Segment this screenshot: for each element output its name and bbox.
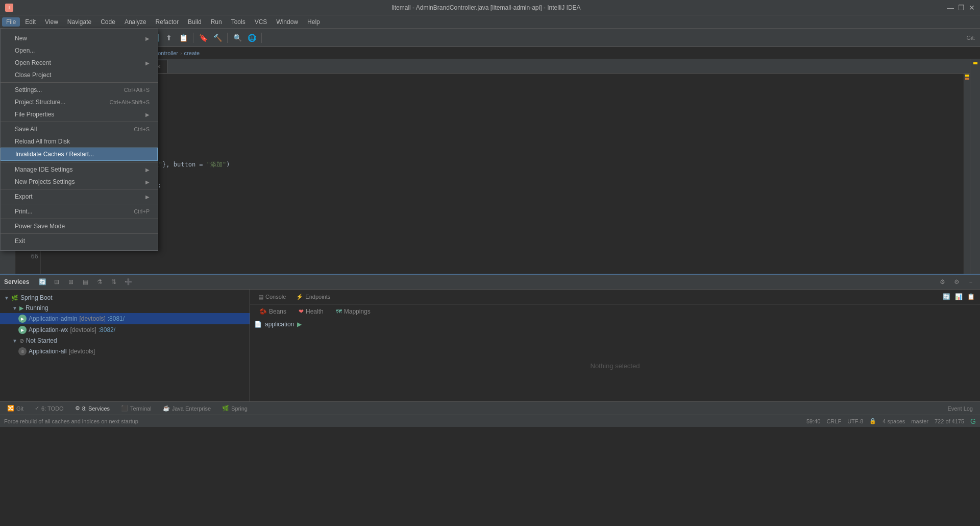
minimize-button[interactable]: — — [947, 4, 954, 12]
detail-stats-btn[interactable]: 📊 — [953, 292, 964, 302]
menu-analyze[interactable]: Analyze — [120, 17, 151, 27]
sub-tab-beans[interactable]: 🫘 Beans — [254, 306, 291, 317]
tree-app-admin-run[interactable]: ▶ — [18, 315, 27, 323]
menu-new-projects-item[interactable]: New Projects Settings ▶ — [1, 176, 158, 188]
status-charset[interactable]: UTF-8 — [847, 418, 863, 424]
tree-app-wx[interactable]: ▶ Application-wx [devtools] :8082/ — [0, 324, 250, 336]
app-label: application — [265, 321, 294, 328]
menu-navigate[interactable]: Navigate — [63, 17, 95, 27]
panel-group-btn[interactable]: ▤ — [80, 277, 90, 287]
menu-window[interactable]: Window — [272, 17, 302, 27]
toolbar-sep-5 — [227, 33, 228, 43]
menu-file-properties-label: File Properties — [15, 111, 54, 118]
menu-code[interactable]: Code — [96, 17, 119, 27]
panel-add-btn[interactable]: ➕ — [123, 277, 133, 287]
menu-print-item[interactable]: Print... Ctrl+P — [1, 205, 158, 218]
bottom-tab-spring[interactable]: 🌿 Spring — [217, 403, 253, 413]
menu-reload-label: Reload All from Disk — [15, 138, 70, 145]
app-run-btn[interactable]: ▶ — [297, 321, 302, 328]
menu-export-item[interactable]: Export ▶ — [1, 190, 158, 203]
title-bar: I litemall - AdminBrandController.java [… — [0, 0, 980, 15]
menu-new-item[interactable]: New ▶ — [1, 32, 158, 44]
tree-app-admin-port: :8081/ — [108, 315, 125, 322]
menu-exit-label: Exit — [15, 237, 25, 245]
file-menu-dropdown: New ▶ Open... Open Recent ▶ Close Projec… — [0, 29, 158, 251]
menu-vcs[interactable]: VCS — [251, 17, 272, 27]
menu-reload-item[interactable]: Reload All from Disk — [1, 135, 158, 148]
menu-file[interactable]: File — [2, 17, 20, 27]
close-button[interactable]: ✕ — [969, 4, 975, 12]
menu-view[interactable]: View — [41, 17, 62, 27]
toolbar-git-history[interactable]: 📋 — [177, 32, 189, 44]
menu-exit-item[interactable]: Exit — [1, 235, 158, 247]
detail-log-btn[interactable]: 📋 — [966, 292, 976, 302]
detail-tab-endpoints[interactable]: ⚡ Endpoints — [292, 292, 334, 302]
toolbar-translate[interactable]: 🌐 — [246, 32, 258, 44]
panel-minimize-btn[interactable]: － — [966, 277, 976, 287]
detail-tab-console[interactable]: ▤ Console — [254, 292, 290, 302]
menu-open-recent-item[interactable]: Open Recent ▶ — [1, 57, 158, 69]
breadcrumb-create[interactable]: create — [184, 50, 200, 56]
maximize-button[interactable]: ❐ — [958, 4, 965, 12]
menu-project-structure-item[interactable]: Project Structure... Ctrl+Alt+Shift+S — [1, 96, 158, 108]
toolbar-git-push[interactable]: ⬆ — [163, 32, 175, 44]
right-sidebar — [970, 59, 980, 274]
menu-export-label: Export — [15, 193, 33, 200]
menu-settings-item[interactable]: Settings... Ctrl+Alt+S — [1, 84, 158, 96]
tree-app-wx-run[interactable]: ▶ — [18, 326, 27, 334]
status-line-col[interactable]: 59:40 — [806, 418, 821, 424]
status-indent[interactable]: 4 spaces — [883, 418, 905, 424]
tree-spring-boot[interactable]: ▼ 🌿 Spring Boot — [0, 293, 250, 303]
menu-file-properties-item[interactable]: File Properties ▶ — [1, 108, 158, 121]
menu-help[interactable]: Help — [303, 17, 324, 27]
menu-build[interactable]: Build — [184, 17, 206, 27]
toolbar-search[interactable]: 🔍 — [231, 32, 243, 44]
menu-save-all-item[interactable]: Save All Ctrl+S — [1, 123, 158, 135]
bottom-panel-header: Services 🔄 ⊟ ⊞ ▤ ⚗ ⇅ ➕ ⚙ ⚙ － — [0, 275, 980, 290]
bottom-tab-java-enterprise[interactable]: ☕ Java Enterprise — [158, 403, 216, 413]
panel-sort-btn[interactable]: ⇅ — [109, 277, 119, 287]
menu-invalidate-item[interactable]: Invalidate Caches / Restart... — [1, 148, 158, 161]
tree-app-admin[interactable]: ▶ Application-admin [devtools] :8081/ — [0, 313, 250, 324]
menu-manage-ide-label: Manage IDE Settings — [15, 166, 72, 173]
gutter-warning-1 — [965, 75, 969, 77]
menu-tools[interactable]: Tools — [227, 17, 250, 27]
panel-refresh-btn[interactable]: 🔄 — [37, 277, 47, 287]
endpoints-label: Endpoints — [305, 294, 330, 300]
bottom-tabs-bar: 🔀 Git ✓ 6: TODO ⚙ 8: Services ⬛ Terminal… — [0, 401, 980, 415]
tree-app-all-label: Application-all — [29, 348, 67, 355]
panel-expand-btn[interactable]: ⊞ — [66, 277, 76, 287]
menu-run[interactable]: Run — [207, 17, 226, 27]
menu-manage-ide-item[interactable]: Manage IDE Settings ▶ — [1, 163, 158, 176]
bottom-tab-todo[interactable]: ✓ 6: TODO — [30, 403, 69, 413]
sub-tab-health[interactable]: ❤ Health — [293, 306, 329, 317]
panel-collapse-btn[interactable]: ⊟ — [52, 277, 62, 287]
panel-gear-btn[interactable]: ⚙ — [951, 277, 962, 287]
app-icon: I — [5, 4, 13, 12]
tree-app-all[interactable]: ⊘ Application-all [devtools] — [0, 346, 250, 357]
tree-spring-boot-label: Spring Boot — [20, 294, 53, 301]
bottom-tab-services[interactable]: ⚙ 8: Services — [70, 403, 115, 413]
panel-settings-btn[interactable]: ⚙ — [937, 277, 947, 287]
bottom-tab-terminal[interactable]: ⬛ Terminal — [116, 403, 157, 413]
status-branch[interactable]: master — [911, 418, 928, 424]
menu-open-item[interactable]: Open... — [1, 44, 158, 57]
code-editor[interactable]: .getDesc(); sEmpty(desc) { seUtil.badArg… — [41, 74, 964, 274]
sub-tab-mappings[interactable]: 🗺 Mappings — [331, 306, 376, 317]
tree-running-folder[interactable]: ▼ ▶ Running — [0, 303, 250, 313]
toolbar-bookmark[interactable]: 🔖 — [197, 32, 209, 44]
menu-power-save-item[interactable]: Power Save Mode — [1, 220, 158, 232]
status-crlf[interactable]: CRLF — [826, 418, 841, 424]
menu-close-project-item[interactable]: Close Project — [1, 69, 158, 81]
endpoints-icon: ⚡ — [296, 294, 303, 300]
detail-refresh-btn[interactable]: 🔄 — [941, 292, 951, 302]
menu-edit[interactable]: Edit — [21, 17, 40, 27]
menu-power-save-label: Power Save Mode — [15, 223, 65, 230]
toolbar-build2[interactable]: 🔨 — [211, 32, 224, 44]
menu-refactor[interactable]: Refactor — [152, 17, 183, 27]
tree-not-started[interactable]: ▼ ⊘ Not Started — [0, 336, 250, 346]
file-menu-section-1: New ▶ Open... Open Recent ▶ Close Projec… — [1, 31, 158, 83]
bottom-tab-event-log[interactable]: Event Log — [942, 404, 978, 413]
panel-filter-btn[interactable]: ⚗ — [94, 277, 105, 287]
bottom-tab-git[interactable]: 🔀 Git — [2, 403, 29, 413]
